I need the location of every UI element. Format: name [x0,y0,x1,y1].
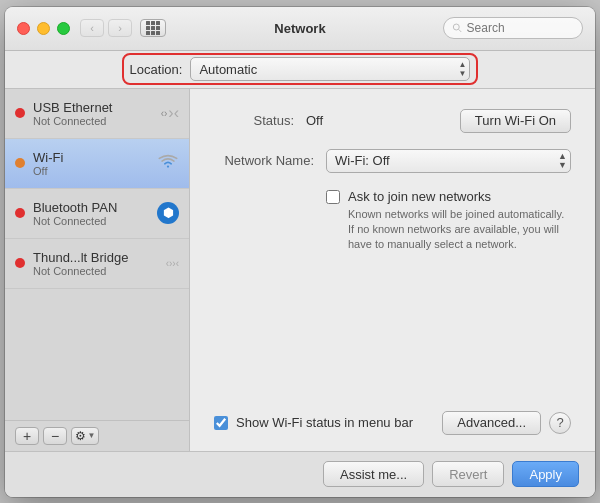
bottom-bar: Assist me... Revert Apply [5,451,595,497]
maximize-button[interactable] [57,22,70,35]
location-label: Location: [130,62,183,77]
ask-join-row: Ask to join new networks Known networks … [326,189,571,253]
status-dot-tb [15,258,25,268]
chevron-down-icon: ▼ [88,431,96,440]
status-dot-red [15,108,25,118]
grid-icon [146,21,160,35]
status-label: Status: [214,113,294,128]
gear-button[interactable]: ⚙ ▼ [71,427,99,445]
right-panel: Status: Off Turn Wi-Fi On Network Name: … [190,89,595,451]
network-text-wifi: Wi-Fi Off [33,150,153,177]
bluetooth-icon: ⬢ [157,202,179,224]
network-name-usb-ethernet: USB Ethernet [33,100,157,115]
sidebar-item-thunderbolt[interactable]: Thund...lt Bridge Not Connected ‹››‹ [5,239,189,289]
network-name-label: Network Name: [214,153,314,168]
sidebar-item-bluetooth[interactable]: Bluetooth PAN Not Connected ⬢ [5,189,189,239]
network-status-bt: Not Connected [33,215,153,227]
location-select-wrapper: Automatic ▲ ▼ [190,57,470,81]
sidebar: USB Ethernet Not Connected ‹››‹ Wi-Fi Of… [5,89,190,451]
location-bar: Location: Automatic ▲ ▼ [5,51,595,89]
location-select[interactable]: Automatic [190,57,470,81]
search-icon [452,22,463,34]
title-bar: ‹ › Network [5,7,595,51]
app-grid-button[interactable] [140,19,166,37]
sidebar-toolbar: + − ⚙ ▼ [5,420,189,451]
ask-join-text: Ask to join new networks Known networks … [348,189,571,253]
add-network-button[interactable]: + [15,427,39,445]
ask-join-checkbox[interactable] [326,190,340,204]
status-dot-orange [15,158,25,168]
checkbox-desc: Known networks will be joined automatica… [348,207,571,253]
show-wifi-row: Show Wi-Fi status in menu bar Advanced..… [214,411,571,435]
help-button[interactable]: ? [549,412,571,434]
status-value: Off [306,113,448,128]
ethernet-icon: ‹››‹ [161,104,179,122]
network-status-usb-ethernet: Not Connected [33,115,157,127]
network-status-wifi: Off [33,165,153,177]
back-button[interactable]: ‹ [80,19,104,37]
network-name-select-wrapper: Wi-Fi: Off ▲ ▼ [326,149,571,173]
assist-me-button[interactable]: Assist me... [323,461,424,487]
turn-wifi-on-button[interactable]: Turn Wi-Fi On [460,109,571,133]
main-content: USB Ethernet Not Connected ‹››‹ Wi-Fi Of… [5,89,595,451]
network-name-bt: Bluetooth PAN [33,200,153,215]
traffic-lights [17,22,70,35]
network-text-tb: Thund...lt Bridge Not Connected [33,250,162,277]
apply-button[interactable]: Apply [512,461,579,487]
svg-point-0 [453,24,459,30]
location-container: Location: Automatic ▲ ▼ [122,53,479,85]
show-wifi-label: Show Wi-Fi status in menu bar [236,415,434,430]
network-window: ‹ › Network Location: Automatic [5,7,595,497]
network-name-select[interactable]: Wi-Fi: Off [326,149,571,173]
nav-buttons: ‹ › [80,19,132,37]
status-row: Status: Off Turn Wi-Fi On [214,109,571,133]
sidebar-item-usb-ethernet[interactable]: USB Ethernet Not Connected ‹››‹ [5,89,189,139]
forward-button[interactable]: › [108,19,132,37]
advanced-button[interactable]: Advanced... [442,411,541,435]
network-status-tb: Not Connected [33,265,162,277]
network-name-row: Network Name: Wi-Fi: Off ▲ ▼ [214,149,571,173]
show-wifi-checkbox[interactable] [214,416,228,430]
network-text: USB Ethernet Not Connected [33,100,157,127]
network-name-wifi: Wi-Fi [33,150,153,165]
close-button[interactable] [17,22,30,35]
search-input[interactable] [467,21,574,35]
wifi-icon [157,153,179,174]
network-text-bt: Bluetooth PAN Not Connected [33,200,153,227]
window-title: Network [274,21,325,36]
thunderbolt-icon: ‹››‹ [166,258,179,269]
network-name-tb: Thund...lt Bridge [33,250,162,265]
status-dot-bt [15,208,25,218]
revert-button[interactable]: Revert [432,461,504,487]
bt-circle: ⬢ [157,202,179,224]
svg-line-1 [459,29,462,32]
remove-network-button[interactable]: − [43,427,67,445]
gear-icon: ⚙ [75,429,86,443]
checkbox-label: Ask to join new networks [348,189,571,204]
search-box[interactable] [443,17,583,39]
minimize-button[interactable] [37,22,50,35]
sidebar-item-wifi[interactable]: Wi-Fi Off [5,139,189,189]
